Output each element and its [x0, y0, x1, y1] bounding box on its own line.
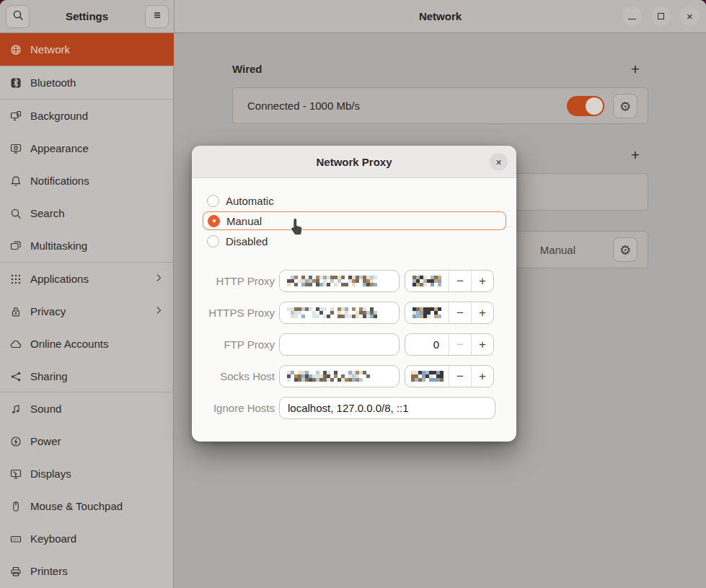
proxy-option-automatic[interactable]: Automatic	[203, 191, 506, 210]
radio-selected-icon	[208, 215, 220, 227]
chevron-right-icon	[154, 305, 164, 318]
sidebar-item-multitasking[interactable]: Multitasking	[0, 229, 174, 262]
socks-host-input[interactable]	[279, 365, 400, 387]
sidebar-item-bluetooth[interactable]: Bluetooth	[0, 66, 174, 99]
redacted-host-mosaic	[287, 371, 370, 382]
sidebar-item-label: Printers	[30, 565, 68, 577]
lock-icon	[10, 306, 22, 317]
plus-icon: +	[479, 274, 486, 289]
decrement-button[interactable]: −	[449, 302, 471, 323]
cloud-icon	[10, 338, 22, 350]
redacted-host-mosaic	[287, 307, 377, 318]
ignore-hosts-input[interactable]: localhost, 127.0.0.0/8, ::1	[279, 397, 495, 419]
https-proxy-input[interactable]	[279, 302, 400, 324]
hamburger-menu-icon	[151, 9, 163, 24]
chevron-right-icon	[154, 273, 164, 286]
background-icon	[10, 110, 22, 122]
redacted-host-mosaic	[287, 276, 377, 286]
minus-icon: −	[456, 338, 464, 352]
minus-icon: −	[456, 369, 464, 384]
sidebar-item-privacy[interactable]: Privacy	[0, 295, 174, 328]
ignore-hosts-value: localhost, 127.0.0.0/8, ::1	[288, 402, 409, 414]
applications-grid-icon	[10, 273, 22, 285]
add-wired-connection-button[interactable]: +	[625, 59, 645, 79]
wired-section-title: Wired	[232, 63, 262, 75]
music-note-icon	[10, 403, 22, 415]
power-icon	[10, 436, 22, 447]
proxy-settings-button[interactable]: ⚙	[613, 237, 637, 262]
keyboard-icon	[10, 533, 22, 545]
sidebar-item-online-accounts[interactable]: Online Accounts	[0, 328, 174, 360]
sidebar-item-sharing[interactable]: Sharing	[0, 360, 174, 392]
plus-icon: +	[479, 306, 486, 320]
sidebar-item-displays[interactable]: Displays	[0, 457, 174, 490]
sidebar-item-keyboard[interactable]: Keyboard	[0, 522, 174, 555]
printer-icon	[10, 566, 22, 577]
option-label: Disabled	[226, 235, 268, 247]
sidebar-item-network[interactable]: Network	[0, 33, 174, 66]
gear-icon: ⚙	[619, 99, 631, 114]
sidebar-item-sound[interactable]: Sound	[0, 392, 174, 425]
sidebar-item-label: Online Accounts	[30, 338, 108, 350]
http-port-value[interactable]	[405, 271, 449, 291]
minimize-button[interactable]	[622, 6, 642, 26]
decrement-button[interactable]: −	[449, 271, 471, 291]
close-icon: ×	[687, 11, 693, 22]
search-icon	[10, 208, 22, 219]
increment-button[interactable]: +	[471, 271, 493, 291]
wired-toggle[interactable]	[567, 96, 604, 116]
display-icon	[10, 468, 22, 480]
sidebar-item-label: Bluetooth	[30, 76, 76, 89]
primary-menu-button[interactable]	[145, 5, 169, 28]
search-icon	[12, 9, 24, 24]
sidebar-item-applications[interactable]: Applications	[0, 263, 174, 295]
option-label: Manual	[226, 215, 262, 227]
network-proxy-dialog: Network Proxy × Automatic Manual Disable…	[192, 146, 516, 442]
https-proxy-label: HTTPS Proxy	[199, 302, 275, 324]
sidebar-item-search[interactable]: Search	[0, 197, 174, 229]
increment-button[interactable]: +	[471, 334, 493, 355]
https-port-value[interactable]	[405, 302, 449, 323]
dialog-headerbar: Network Proxy ×	[192, 146, 516, 178]
sidebar-headerbar: Settings	[0, 0, 175, 33]
redacted-port-mosaic	[411, 371, 444, 382]
appearance-icon	[10, 143, 22, 154]
search-button[interactable]	[6, 5, 30, 28]
ftp-port-spinbutton: 0 − +	[405, 333, 494, 356]
toggle-knob	[586, 97, 603, 115]
sidebar-item-background[interactable]: Background	[0, 100, 174, 132]
wired-status-label: Connected - 1000 Mb/s	[247, 88, 360, 123]
sidebar-item-label: Multitasking	[30, 240, 87, 252]
sidebar-item-mouse-touchpad[interactable]: Mouse & Touchpad	[0, 490, 174, 522]
proxy-option-disabled[interactable]: Disabled	[203, 232, 506, 250]
bell-icon	[10, 175, 22, 187]
sidebar-item-power[interactable]: Power	[0, 425, 174, 457]
sidebar-item-label: Sound	[30, 403, 61, 415]
decrement-button[interactable]: −	[449, 366, 471, 387]
plus-icon: +	[631, 146, 640, 164]
multitasking-icon	[10, 240, 22, 252]
maximize-button[interactable]	[651, 6, 671, 26]
dialog-close-button[interactable]: ×	[490, 153, 508, 171]
minimize-icon	[628, 19, 636, 19]
sidebar-item-printers[interactable]: Printers	[0, 555, 174, 587]
wired-settings-button[interactable]: ⚙	[613, 94, 637, 118]
add-vpn-button[interactable]: +	[625, 145, 645, 165]
radio-icon	[207, 235, 219, 247]
sidebar-item-label: Search	[30, 207, 65, 219]
socks-port-value[interactable]	[405, 366, 449, 387]
sidebar-item-label: Sharing	[30, 370, 68, 382]
proxy-option-manual[interactable]: Manual	[203, 211, 506, 230]
minus-icon: −	[456, 274, 464, 289]
https-port-spinbutton: − +	[405, 302, 494, 324]
sidebar-item-appearance[interactable]: Appearance	[0, 132, 174, 164]
increment-button[interactable]: +	[471, 366, 493, 387]
close-window-button[interactable]: ×	[680, 6, 700, 26]
increment-button[interactable]: +	[471, 302, 493, 323]
ftp-port-value[interactable]: 0	[405, 334, 449, 355]
sidebar-item-notifications[interactable]: Notifications	[0, 164, 174, 197]
decrement-button-disabled: −	[449, 334, 471, 355]
http-proxy-input[interactable]	[279, 270, 400, 292]
plus-icon: +	[479, 369, 486, 384]
ftp-proxy-input[interactable]	[279, 333, 400, 356]
